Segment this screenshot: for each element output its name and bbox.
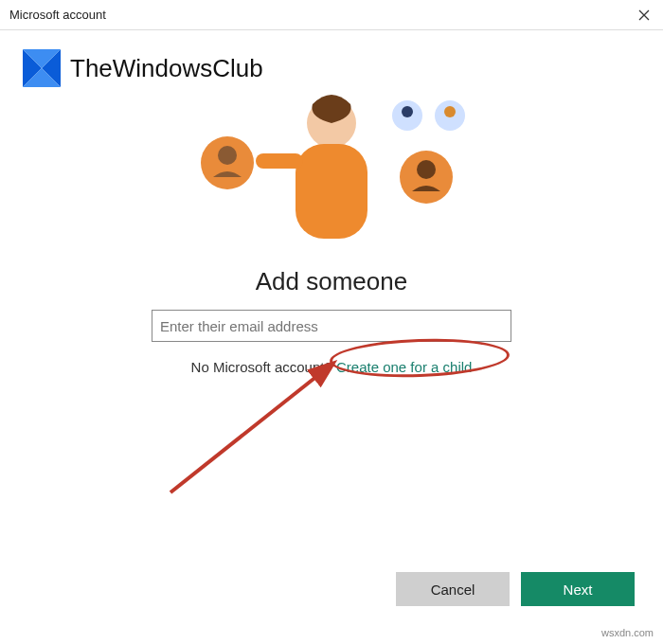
svg-point-14 [417, 160, 436, 179]
no-account-text: No Microsoft account? [191, 359, 332, 375]
svg-line-15 [170, 365, 332, 492]
svg-point-12 [444, 106, 456, 117]
watermark-text: TheWindowsClub [70, 54, 263, 83]
people-illustration [170, 87, 493, 258]
dialog-footer: Cancel Next [396, 572, 635, 606]
svg-point-5 [218, 146, 237, 165]
close-icon[interactable] [635, 6, 654, 25]
window-title: Microsoft account [9, 8, 106, 22]
page-title: Add someone [47, 267, 616, 296]
create-child-account-link[interactable]: Create one for a child [336, 359, 472, 375]
attribution-text: wsxdn.com [601, 627, 654, 638]
cancel-button[interactable]: Cancel [396, 572, 510, 606]
email-field[interactable] [152, 310, 511, 342]
svg-rect-8 [256, 153, 303, 169]
titlebar: Microsoft account [0, 0, 663, 30]
windowsclub-logo-icon [19, 45, 64, 91]
next-button[interactable]: Next [521, 572, 635, 606]
no-account-row: No Microsoft account? Create one for a c… [47, 359, 616, 375]
svg-rect-7 [296, 144, 367, 239]
svg-point-10 [402, 106, 413, 117]
site-watermark: TheWindowsClub [19, 45, 263, 91]
